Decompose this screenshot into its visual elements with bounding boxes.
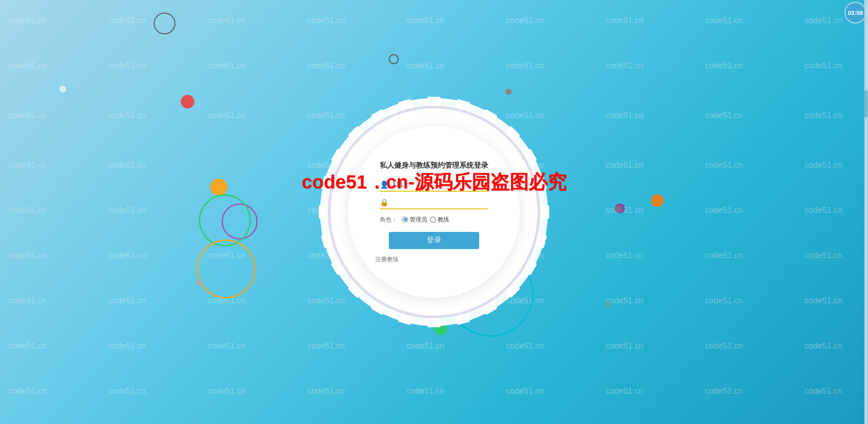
watermark-item: code51.cn [705,341,743,351]
role-admin[interactable]: 管理员 [402,216,427,224]
watermark-item: code51.cn [108,386,146,396]
watermark-item: code51.cn [705,61,743,71]
watermark-item: code51.cn [9,61,47,71]
watermark-item: code51.cn [606,61,643,71]
deco-circle-15 [615,205,622,212]
watermark-item: code51.cn [705,296,743,306]
watermark-item: code51.cn [506,386,544,396]
watermark-item: code51.cn [108,251,146,260]
watermark-item: code51.cn [9,206,47,215]
watermark-item: code51.cn [108,296,146,306]
watermark-item: code51.cn [108,61,146,71]
watermark-item: code51.cn [9,16,47,25]
watermark-item: code51.cn [506,341,544,351]
scrollbar[interactable] [864,0,868,424]
role-coach-label: 教练 [438,216,449,224]
timer-text: 03:59 [848,9,863,16]
watermark-item: code51.cn [307,341,345,351]
watermark-item: code51.cn [407,341,444,351]
watermark-item: code51.cn [805,16,842,25]
watermark-item: code51.cn [108,160,146,170]
watermark-item: code51.cn [805,341,842,351]
register-link[interactable]: 注册教练 [375,255,399,264]
deco-circle-8 [222,203,258,240]
password-row: 🔒 [380,198,488,209]
gear-ring: 私人健身与教练预约管理系统登录 👤 🔒 角色： 管理员 [316,94,552,330]
role-row: 角色： 管理员 教练 [380,216,488,224]
deco-circle-7 [210,179,227,196]
watermark-item: code51.cn [805,111,842,120]
password-input[interactable] [392,198,488,206]
deco-circle-16 [605,302,610,307]
deco-circle-11 [197,279,203,286]
watermark-item: code51.cn [208,111,245,120]
watermark-item: code51.cn [208,341,245,351]
scrollbar-thumb[interactable] [864,90,868,118]
watermark-item: code51.cn [506,61,544,71]
watermark-item: code51.cn [9,160,47,170]
watermark-item: code51.cn [208,16,245,25]
watermark-item: code51.cn [606,341,643,351]
login-button[interactable]: 登录 [389,232,479,249]
watermark-item: code51.cn [606,16,643,25]
deco-circle-9 [199,194,251,246]
watermark-item: code51.cn [208,296,245,306]
watermark-item: code51.cn [606,160,643,170]
deco-circle-5 [505,89,512,95]
watermark-item: code51.cn [705,160,743,170]
lock-icon: 🔒 [380,198,389,207]
watermark-item: code51.cn [208,251,245,260]
watermark-item: code51.cn [805,61,842,71]
watermark-item: code51.cn [9,111,47,120]
login-title: 私人健身与教练预约管理系统登录 [380,161,488,170]
watermark-item: code51.cn [805,296,842,306]
deco-circle-3 [181,95,194,108]
role-label: 角色： [380,216,397,224]
watermark-item: code51.cn [9,386,47,396]
watermark-item: code51.cn [9,341,47,351]
watermark-item: code51.cn [9,296,47,306]
radio-admin[interactable] [402,217,408,223]
login-container: 私人健身与教练预约管理系统登录 👤 🔒 角色： 管理员 [316,94,552,330]
watermark-item: code51.cn [108,341,146,351]
watermark-item: code51.cn [307,61,345,71]
watermark-item: code51.cn [606,296,643,306]
watermark-item: code51.cn [805,206,842,215]
watermark-item: code51.cn [108,16,146,25]
watermark-item: code51.cn [506,16,544,25]
watermark-item: code51.cn [407,61,444,71]
deco-circle-4 [60,86,66,92]
deco-circle-1 [154,13,175,34]
watermark-item: code51.cn [805,386,842,396]
role-coach[interactable]: 教练 [430,216,449,224]
timer-badge: 03:59 [844,2,866,24]
watermark-item: code51.cn [108,206,146,215]
watermark-item: code51.cn [705,206,743,215]
watermark-item: code51.cn [9,251,47,260]
role-admin-label: 管理员 [410,216,427,224]
watermark-item: code51.cn [407,16,444,25]
watermark-item: code51.cn [805,251,842,260]
watermark-item: code51.cn [705,16,743,25]
watermark-item: code51.cn [606,206,643,215]
radio-coach[interactable] [430,217,436,223]
deco-circle-14 [651,194,664,207]
watermark-item: code51.cn [407,386,444,396]
watermark-item: code51.cn [805,160,842,170]
watermark-item: code51.cn [606,386,643,396]
watermark-item: code51.cn [108,111,146,120]
deco-circle-13 [615,203,625,213]
watermark-item: code51.cn [307,386,345,396]
watermark-item: code51.cn [606,111,643,120]
watermark-item: code51.cn [705,251,743,260]
login-card: 私人健身与教练预约管理系统登录 👤 🔒 角色： 管理员 [348,126,520,298]
watermark-item: code51.cn [705,386,743,396]
watermark-item: code51.cn [705,111,743,120]
watermark-item: code51.cn [307,16,345,25]
deco-circle-10 [197,240,255,298]
deco-circle-2 [389,54,399,64]
watermark-item: code51.cn [208,61,245,71]
watermark-item: code51.cn [606,251,643,260]
watermark-item: code51.cn [208,386,245,396]
overlay-text: code51．cn-源码乐园盗图必究 [302,170,566,195]
